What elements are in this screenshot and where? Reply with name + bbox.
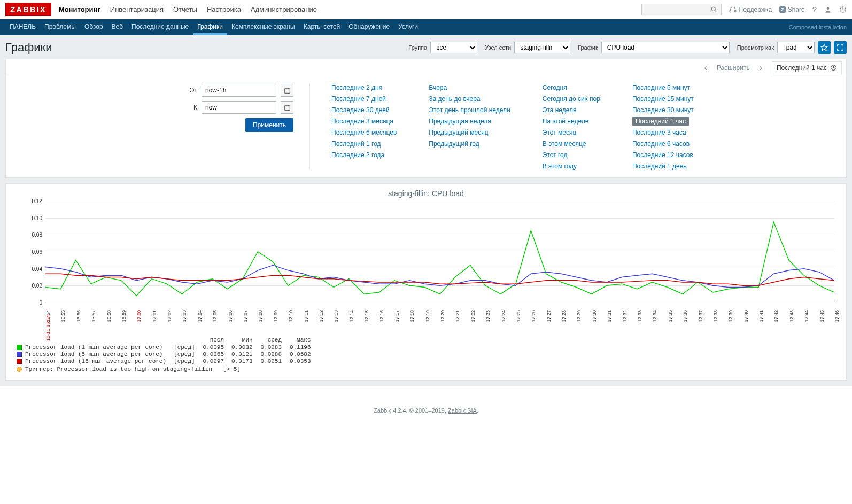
subnav-item[interactable]: Графики — [193, 20, 227, 35]
timebar: ‹ Расширить › Последний 1 час От К — [5, 59, 847, 178]
support-link[interactable]: Поддержка — [729, 6, 772, 13]
from-input[interactable] — [202, 84, 276, 97]
time-preset[interactable]: Последние 2 года — [331, 151, 384, 159]
time-preset[interactable]: Последний 1 год — [331, 140, 381, 148]
user-button[interactable] — [824, 6, 832, 13]
subnav-item[interactable]: Веб — [107, 20, 127, 35]
time-inputs: От К Применить — [16, 84, 293, 170]
svg-marker-7 — [821, 44, 827, 51]
time-preset[interactable]: Последние 6 месяцев — [331, 129, 397, 136]
time-preset[interactable]: Предыдущий год — [429, 140, 479, 148]
to-input[interactable] — [202, 101, 276, 114]
subnav-item[interactable]: Карты сетей — [299, 20, 345, 35]
page-title: Графики — [5, 41, 404, 55]
subnav-item[interactable]: Последние данные — [127, 20, 193, 35]
mainmenu-item[interactable]: Мониторинг — [59, 5, 100, 13]
help-button[interactable]: ? — [812, 5, 817, 14]
time-preset[interactable]: Этот день прошлой недели — [429, 106, 510, 114]
subnav-item[interactable]: Проблемы — [40, 20, 80, 35]
time-preset[interactable]: Этот год — [543, 151, 568, 159]
legend-row: Processor load (5 min average per core)[… — [17, 351, 318, 358]
time-preset[interactable]: Последние 6 часов — [632, 140, 690, 148]
search-input[interactable] — [641, 4, 722, 15]
svg-line-1 — [715, 10, 716, 12]
logout-button[interactable] — [839, 6, 847, 13]
svg-rect-13 — [284, 105, 290, 110]
chart-panel: staging-fillin: CPU load 00.020.040.060.… — [5, 183, 847, 381]
time-preset[interactable]: Последний 1 день — [632, 162, 687, 170]
headset-icon — [729, 6, 737, 13]
share-link[interactable]: Z Share — [779, 6, 805, 13]
clock-icon — [830, 64, 837, 71]
filter-controls: Группа все Узел сети staging-fillin Граф… — [404, 41, 847, 54]
footer-link[interactable]: Zabbix SIA — [448, 407, 477, 414]
view-select[interactable]: График — [777, 42, 815, 53]
svg-rect-2 — [730, 10, 731, 12]
installation-label[interactable]: Composed installation — [789, 24, 847, 30]
footer: Zabbix 4.2.4. © 2001–2019, Zabbix SIA. — [0, 386, 852, 422]
mainmenu-item[interactable]: Инвентаризация — [110, 5, 164, 13]
current-range[interactable]: Последний 1 час — [772, 61, 842, 74]
x-date-row: 12-11 16:54 — [45, 315, 839, 323]
fullscreen-button[interactable] — [834, 41, 847, 54]
time-preset[interactable]: В этом году — [543, 162, 577, 170]
time-preset[interactable]: Последние 3 месяца — [331, 118, 393, 125]
topbar: ZABBIX МониторингИнвентаризацияОтчетыНас… — [0, 0, 852, 19]
time-preset[interactable]: Сегодня до сих пор — [543, 95, 600, 103]
subnav-item[interactable]: ПАНЕЛЬ — [5, 20, 40, 35]
legend-table: послминсредмакс Processor load (1 min av… — [17, 337, 318, 365]
time-next-button[interactable]: › — [755, 63, 766, 73]
mainmenu-item[interactable]: Администрирование — [251, 5, 317, 13]
graph-select[interactable]: CPU load — [601, 42, 730, 53]
trigger-cond: [> 5] — [223, 366, 241, 373]
fullscreen-icon — [836, 44, 844, 51]
time-preset[interactable]: Последние 12 часов — [632, 151, 693, 159]
subnav-items: ПАНЕЛЬПроблемыОбзорВебПоследние данныеГр… — [5, 20, 422, 35]
subnav-item[interactable]: Обнаружение — [344, 20, 394, 35]
calendar-icon — [284, 104, 291, 111]
time-preset[interactable]: Последние 15 минут — [632, 95, 694, 103]
time-preset[interactable]: Последние 30 дней — [331, 106, 390, 114]
time-prev-button[interactable]: ‹ — [700, 63, 711, 73]
apply-button[interactable]: Применить — [245, 118, 293, 132]
topbar-right: Поддержка Z Share ? — [641, 4, 847, 15]
graph-label: График — [578, 44, 598, 51]
power-icon — [839, 6, 847, 13]
time-preset[interactable]: Предыдущая неделя — [429, 118, 491, 125]
group-select[interactable]: все — [430, 42, 477, 53]
time-preset[interactable]: Последние 5 минут — [632, 84, 690, 91]
time-preset[interactable]: Последний 1 час — [632, 117, 689, 126]
mainmenu-item[interactable]: Отчеты — [173, 5, 197, 13]
legend-header-row: послминсредмакс — [17, 337, 318, 344]
subnav-item[interactable]: Услуги — [394, 20, 422, 35]
time-preset[interactable]: За день до вчера — [429, 95, 480, 103]
time-preset[interactable]: Последние 3 часа — [632, 129, 686, 136]
chart-lines — [45, 201, 834, 303]
time-preset[interactable]: Последние 30 минут — [632, 106, 694, 114]
x-axis: 16:5416:5516:5616:5716:5816:5917:0017:01… — [45, 303, 834, 315]
time-preset[interactable]: Последние 7 дней — [331, 95, 386, 103]
from-calendar-button[interactable] — [281, 84, 293, 97]
time-preset[interactable]: Предыдущий месяц — [429, 129, 488, 136]
svg-rect-9 — [284, 88, 290, 93]
host-select[interactable]: staging-fillin — [514, 42, 570, 53]
time-preset[interactable]: Сегодня — [543, 84, 567, 91]
to-calendar-button[interactable] — [281, 101, 293, 114]
subnav-item[interactable]: Обзор — [80, 20, 107, 35]
legend: послминсредмакс Processor load (1 min av… — [17, 337, 839, 373]
logo[interactable]: ZABBIX — [5, 3, 51, 16]
time-preset[interactable]: Последние 2 дня — [331, 84, 382, 91]
time-zoomout-button[interactable]: Расширить — [717, 64, 750, 72]
favorite-button[interactable] — [818, 41, 831, 54]
time-preset[interactable]: Этот месяц — [543, 129, 577, 136]
subnav-item[interactable]: Комплексные экраны — [227, 20, 299, 35]
preset-col-3: СегодняСегодня до сих порЭта неделяНа эт… — [543, 84, 600, 170]
time-preset[interactable]: В этом месяце — [543, 140, 586, 148]
preset-col-4: Последние 5 минутПоследние 15 минутПосле… — [632, 84, 694, 170]
mainmenu-item[interactable]: Настройка — [207, 5, 241, 13]
chart-area[interactable]: 00.020.040.060.080.100.12 16:5416:5516:5… — [45, 201, 834, 313]
time-preset[interactable]: Вчера — [429, 84, 447, 91]
preset-col-1: Последние 2 дняПоследние 7 днейПоследние… — [331, 84, 397, 170]
time-preset[interactable]: На этой неделе — [543, 118, 589, 125]
time-preset[interactable]: Эта неделя — [543, 106, 577, 114]
